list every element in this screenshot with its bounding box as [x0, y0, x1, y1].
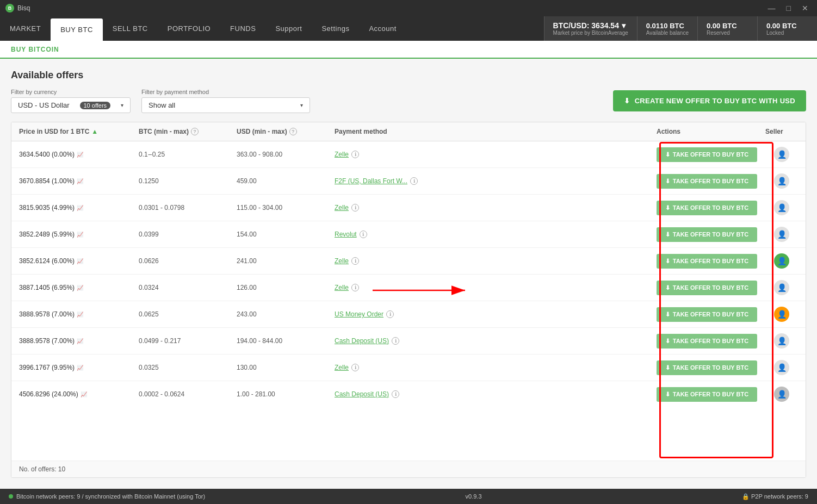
payment-link[interactable]: F2F (US, Dallas Fort W... [335, 177, 407, 185]
currency-filter-label: Filter by currency [11, 89, 131, 95]
take-offer-button[interactable]: ⬇ TAKE OFFER TO BUY BTC [657, 360, 757, 375]
sort-icon: ▲ [91, 128, 98, 135]
create-offer-label: CREATE NEW OFFER TO BUY BTC WITH USD [635, 97, 795, 105]
payment-link[interactable]: Cash Deposit (US) [335, 337, 389, 345]
payment-filter-group: Filter by payment method Show all ▾ [141, 89, 310, 113]
p2p-peers-text: 🔒 P2P network peers: 9 [742, 493, 808, 500]
create-offer-button[interactable]: ⬇ CREATE NEW OFFER TO BUY BTC WITH USD [613, 90, 806, 111]
close-button[interactable]: ✕ [799, 3, 812, 14]
payment-info-icon[interactable]: ℹ [392, 390, 399, 398]
status-dot [9, 494, 13, 499]
trend-icon: 📈 [77, 152, 83, 158]
table-section: Price in USD for 1 BTC ▲ BTC (min - max)… [11, 122, 806, 478]
action-cell: ⬇ TAKE OFFER TO BUY BTC [657, 360, 765, 375]
available-balance-value: 0.0110 BTC [646, 22, 689, 30]
available-balance-label: Available balance [646, 30, 689, 36]
currency-filter-select[interactable]: USD - US Dollar 10 offers ▾ [11, 97, 131, 113]
trend-icon: 📈 [77, 312, 83, 318]
payment-cell: Zelle ℹ [335, 151, 657, 158]
breadcrumb: BUY BITCOIN [11, 46, 59, 53]
version-text: v0.9.3 [466, 493, 482, 500]
action-cell: ⬇ TAKE OFFER TO BUY BTC [657, 174, 765, 189]
payment-info-icon[interactable]: ℹ [351, 364, 359, 371]
seller-cell: 👤 [765, 307, 798, 322]
take-offer-button[interactable]: ⬇ TAKE OFFER TO BUY BTC [657, 254, 757, 269]
btc-cell: 0.0324 [139, 284, 237, 291]
currency-filter-value: USD - US Dollar [18, 101, 70, 109]
nav-sell-btc[interactable]: SELL BTC [103, 16, 158, 41]
title-bar: B Bisq — □ ✕ [0, 0, 817, 16]
app-logo: B [5, 4, 14, 13]
take-offer-button[interactable]: ⬇ TAKE OFFER TO BUY BTC [657, 281, 757, 295]
payment-info-icon[interactable]: ℹ [360, 231, 367, 238]
price-cell: 3670.8854 (1.00%) 📈 [19, 177, 139, 185]
payment-link[interactable]: Revolut [335, 231, 357, 238]
locked-stat: 0.00 BTC Locked [757, 16, 817, 41]
payment-link[interactable]: Zelle [335, 364, 349, 371]
payment-info-icon[interactable]: ℹ [351, 151, 359, 158]
btc-cell: 0.0301 - 0.0798 [139, 204, 237, 211]
create-offer-icon: ⬇ [624, 97, 630, 105]
payment-info-icon[interactable]: ℹ [351, 284, 359, 291]
payment-cell: Zelle ℹ [335, 364, 657, 371]
btc-cell: 0.0399 [139, 231, 237, 238]
nav-support[interactable]: Support [265, 16, 312, 41]
price-cell: 3996.1767 (9.95%) 📈 [19, 364, 139, 371]
nav-account[interactable]: Account [359, 16, 406, 41]
nav-portfolio[interactable]: PORTFOLIO [158, 16, 220, 41]
payment-filter-select[interactable]: Show all ▾ [141, 97, 310, 113]
maximize-button[interactable]: □ [783, 3, 794, 14]
nav-funds[interactable]: FUNDS [220, 16, 265, 41]
p2p-icon: 🔒 [742, 493, 750, 500]
payment-info-icon[interactable]: ℹ [386, 310, 394, 318]
seller-cell: 👤 [765, 387, 798, 402]
nav-buy-btc[interactable]: BUY BTC [51, 18, 103, 41]
table-row: 4506.8296 (24.00%) 📈 0.0002 - 0.0624 1.0… [11, 381, 806, 407]
payment-link[interactable]: Zelle [335, 204, 349, 211]
price-column-header: Price in USD for 1 BTC ▲ [19, 128, 139, 135]
payment-link[interactable]: Cash Deposit (US) [335, 390, 389, 398]
payment-info-icon[interactable]: ℹ [351, 257, 359, 265]
payment-link[interactable]: Zelle [335, 151, 349, 158]
take-offer-button[interactable]: ⬇ TAKE OFFER TO BUY BTC [657, 227, 757, 242]
currency-filter-group: Filter by currency USD - US Dollar 10 of… [11, 89, 131, 113]
table-row: 3888.9578 (7.00%) 📈 0.0625 243.00 US Mon… [11, 301, 806, 328]
table-row: 3670.8854 (1.00%) 📈 0.1250 459.00 F2F (U… [11, 168, 806, 195]
nav-market[interactable]: MARKET [0, 16, 51, 41]
payment-info-icon[interactable]: ℹ [392, 337, 399, 345]
nav-settings[interactable]: Settings [312, 16, 359, 41]
action-cell: ⬇ TAKE OFFER TO BUY BTC [657, 281, 765, 295]
take-offer-button[interactable]: ⬇ TAKE OFFER TO BUY BTC [657, 174, 757, 189]
btc-cell: 0.0625 [139, 310, 237, 318]
take-offer-button[interactable]: ⬇ TAKE OFFER TO BUY BTC [657, 201, 757, 215]
trend-icon: 📈 [77, 232, 83, 238]
usd-cell: 241.00 [237, 257, 335, 265]
usd-column-header: USD (min - max) ? [237, 128, 335, 135]
take-offer-button[interactable]: ⬇ TAKE OFFER TO BUY BTC [657, 147, 757, 162]
seller-cell: 👤 [765, 227, 798, 242]
usd-info-icon[interactable]: ? [289, 128, 297, 135]
take-offer-button[interactable]: ⬇ TAKE OFFER TO BUY BTC [657, 387, 757, 402]
take-offer-button[interactable]: ⬇ TAKE OFFER TO BUY BTC [657, 334, 757, 349]
payment-link[interactable]: Zelle [335, 284, 349, 291]
payment-link[interactable]: US Money Order [335, 310, 383, 318]
take-offer-button[interactable]: ⬇ TAKE OFFER TO BUY BTC [657, 307, 757, 322]
table-row: 3815.9035 (4.99%) 📈 0.0301 - 0.0798 115.… [11, 195, 806, 221]
action-cell: ⬇ TAKE OFFER TO BUY BTC [657, 307, 765, 322]
btc-info-icon[interactable]: ? [191, 128, 199, 135]
price-cell: 3815.9035 (4.99%) 📈 [19, 204, 139, 211]
action-cell: ⬇ TAKE OFFER TO BUY BTC [657, 201, 765, 215]
payment-info-icon[interactable]: ℹ [351, 204, 359, 211]
reserved-stat: 0.00 BTC Reserved [697, 16, 757, 41]
table-row: 3887.1405 (6.95%) 📈 0.0324 126.00 Zelle … [11, 275, 806, 301]
usd-cell: 115.00 - 304.00 [237, 204, 335, 211]
minimize-button[interactable]: — [765, 3, 779, 14]
payment-link[interactable]: Zelle [335, 257, 349, 265]
take-offer-icon: ⬇ [665, 311, 670, 318]
seller-cell: 👤 [765, 173, 798, 189]
btc-price-box[interactable]: BTC/USD: 3634.54 ▾ Market price by Bitco… [544, 16, 637, 41]
payment-cell: Revolut ℹ [335, 231, 657, 238]
take-offer-icon: ⬇ [665, 204, 670, 211]
nav-right: BTC/USD: 3634.54 ▾ Market price by Bitco… [544, 16, 817, 41]
payment-info-icon[interactable]: ℹ [410, 177, 418, 185]
